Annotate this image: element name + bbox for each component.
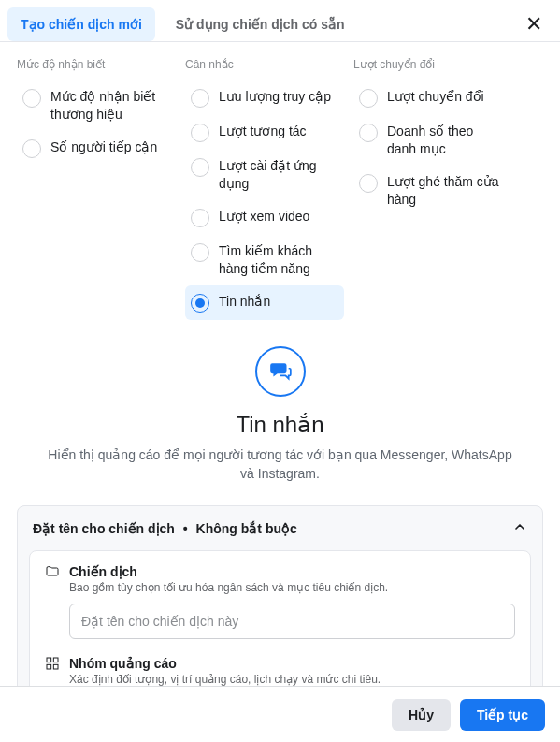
campaign-title: Chiến dịch xyxy=(69,564,137,579)
radio-icon xyxy=(22,89,41,108)
radio-icon xyxy=(191,294,209,313)
folder-icon xyxy=(45,564,60,579)
objective-label: Số người tiếp cận xyxy=(50,138,157,156)
objective-label: Lượt chuyển đổi xyxy=(387,88,484,106)
svg-rect-1 xyxy=(53,658,58,662)
objective-lead-gen[interactable]: Tìm kiếm khách hàng tiềm năng xyxy=(185,235,344,285)
campaign-naming-card: Đặt tên cho chiến dịch • Không bắt buộc … xyxy=(17,505,543,686)
dialog-footer: Hủy Tiếp tục xyxy=(0,686,560,742)
close-icon: ✕ xyxy=(525,12,542,36)
button-label: Hủy xyxy=(409,707,434,722)
adset-title: Nhóm quảng cáo xyxy=(69,656,177,671)
objective-col-consideration: Cân nhắc Lưu lượng truy cập Lượt tương t… xyxy=(185,58,353,320)
messages-icon xyxy=(255,346,306,397)
card-title-a: Đặt tên cho chiến dịch xyxy=(33,521,175,536)
grid-icon xyxy=(45,656,60,671)
objective-col-awareness: Mức độ nhận biết Mức độ nhận biết thương… xyxy=(17,58,185,320)
card-body: Chiến dịch Bao gồm tùy chọn tối ưu hóa n… xyxy=(29,550,531,686)
objective-columns: Mức độ nhận biết Mức độ nhận biết thương… xyxy=(17,58,543,320)
card-header-toggle[interactable]: Đặt tên cho chiến dịch • Không bắt buộc xyxy=(18,506,542,550)
hero-title: Tin nhắn xyxy=(17,412,543,438)
close-button[interactable]: ✕ xyxy=(519,9,549,39)
radio-icon xyxy=(359,89,378,108)
radio-icon xyxy=(191,243,209,262)
objective-col-conversion: Lượt chuyển đổi Lượt chuyển đổi Doanh số… xyxy=(353,58,543,320)
svg-rect-3 xyxy=(53,664,58,669)
objective-label: Lượt ghé thăm cửa hàng xyxy=(387,173,505,209)
radio-icon xyxy=(22,139,41,158)
objective-traffic[interactable]: Lưu lượng truy cập xyxy=(185,80,344,115)
dialog-header: Tạo chiến dịch mới Sử dụng chiến dịch có… xyxy=(0,0,560,42)
objective-label: Lượt cài đặt ứng dụng xyxy=(219,157,337,193)
objective-label: Doanh số theo danh mục xyxy=(387,123,505,158)
objective-engagement[interactable]: Lượt tương tác xyxy=(185,115,344,150)
objective-col-heading: Lượt chuyển đổi xyxy=(353,58,543,71)
objective-label: Lượt xem video xyxy=(219,208,309,226)
radio-icon xyxy=(191,209,209,227)
continue-button[interactable]: Tiếp tục xyxy=(460,699,545,731)
objective-messages[interactable]: Tin nhắn xyxy=(185,285,344,320)
objective-label: Tìm kiếm khách hàng tiềm năng xyxy=(219,242,337,278)
adset-subtitle: Xác định đối tượng, vị trí quảng cáo, lị… xyxy=(69,673,515,686)
objective-video-views[interactable]: Lượt xem video xyxy=(185,200,344,235)
objective-col-heading: Cân nhắc xyxy=(185,58,353,71)
tab-existing-campaign[interactable]: Sử dụng chiến dịch có sẵn xyxy=(163,7,358,41)
objective-label: Lượt tương tác xyxy=(219,123,307,140)
cancel-button[interactable]: Hủy xyxy=(392,699,451,731)
campaign-section: Chiến dịch Bao gồm tùy chọn tối ưu hóa n… xyxy=(45,564,515,639)
objective-label: Lưu lượng truy cập xyxy=(219,88,331,106)
svg-rect-0 xyxy=(47,658,51,662)
objective-app-installs[interactable]: Lượt cài đặt ứng dụng xyxy=(185,150,344,200)
radio-icon xyxy=(359,174,378,193)
chevron-up-icon xyxy=(512,519,527,537)
campaign-subtitle: Bao gồm tùy chọn tối ưu hóa ngân sách và… xyxy=(69,581,515,594)
dialog-body-scroll[interactable]: Mức độ nhận biết Mức độ nhận biết thương… xyxy=(0,47,560,686)
objective-col-heading: Mức độ nhận biết xyxy=(17,58,185,71)
radio-icon xyxy=(191,89,209,108)
objective-reach[interactable]: Số người tiếp cận xyxy=(17,131,176,166)
tab-label: Sử dụng chiến dịch có sẵn xyxy=(176,17,345,32)
hero-description: Hiển thị quảng cáo để mọi người tương tá… xyxy=(47,445,514,484)
objective-label: Tin nhắn xyxy=(219,293,270,311)
radio-icon xyxy=(191,124,209,142)
button-label: Tiếp tục xyxy=(477,707,528,722)
objective-store-visits[interactable]: Lượt ghé thăm cửa hàng xyxy=(353,166,512,216)
radio-icon xyxy=(359,124,378,142)
objective-conversions[interactable]: Lượt chuyển đổi xyxy=(353,80,512,115)
bullet-sep: • xyxy=(183,521,188,536)
objective-brand-awareness[interactable]: Mức độ nhận biết thương hiệu xyxy=(17,80,176,131)
radio-icon xyxy=(191,158,209,177)
objective-hero: Tin nhắn Hiển thị quảng cáo để mọi người… xyxy=(17,346,543,484)
objective-label: Mức độ nhận biết thương hiệu xyxy=(50,88,168,124)
tab-label: Tạo chiến dịch mới xyxy=(21,17,142,32)
svg-rect-2 xyxy=(47,664,51,669)
card-title-b: Không bắt buộc xyxy=(196,521,297,536)
objective-catalog-sales[interactable]: Doanh số theo danh mục xyxy=(353,115,512,166)
adset-section: Nhóm quảng cáo Xác định đối tượng, vị tr… xyxy=(45,656,515,686)
tab-new-campaign[interactable]: Tạo chiến dịch mới xyxy=(7,7,155,41)
campaign-name-input[interactable] xyxy=(69,604,515,639)
